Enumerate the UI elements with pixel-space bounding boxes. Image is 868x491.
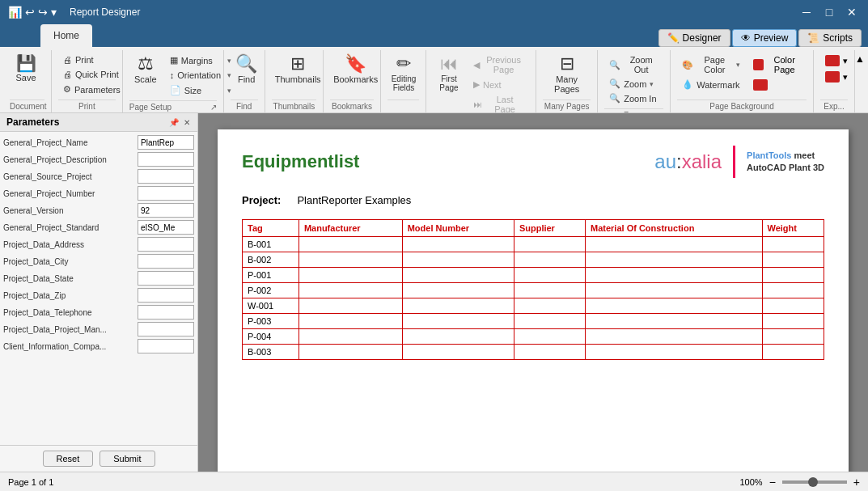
scripts-icon: 📜 bbox=[807, 32, 819, 44]
bookmarks-icon: 🔖 bbox=[345, 55, 366, 73]
bookmarks-button[interactable]: 🔖 Bookmarks bbox=[330, 53, 381, 86]
page-info: Page 1 of 1 bbox=[8, 477, 53, 487]
param-input[interactable] bbox=[138, 135, 194, 150]
next-button[interactable]: ▶ Next bbox=[468, 78, 529, 91]
margins-button[interactable]: ▦ Margins bbox=[165, 53, 226, 67]
param-input[interactable] bbox=[138, 271, 194, 286]
watermark-button[interactable]: 💧 Watermark bbox=[677, 78, 744, 91]
table-cell bbox=[514, 345, 585, 360]
param-label: Project_Data_Address bbox=[3, 240, 134, 249]
report-header: Equipmentlist au:xalia PlantTools meet A… bbox=[242, 146, 824, 178]
parameters-title: Parameters bbox=[6, 116, 59, 128]
print-button[interactable]: 🖨 Print bbox=[58, 53, 125, 66]
ribbon-group-page-setup: ⚖ Scale ▦ Margins ▾ ↕ Orientation ▾ bbox=[123, 50, 224, 112]
parameters-button[interactable]: ⚙ Parameters bbox=[58, 83, 125, 96]
ribbon-group-zoom: 🔍 Zoom Out 🔍 Zoom ▾ 🔍 Zoom In Zoom bbox=[598, 50, 671, 112]
previous-page-button[interactable]: ◀ Previous Page bbox=[468, 53, 529, 76]
parameters-footer: Reset Submit bbox=[0, 445, 197, 472]
ribbon-group-page-background: 🎨 Page Color ▾ 💧 Watermark Color Page bbox=[671, 50, 814, 112]
page-setup-expand[interactable]: ↗ bbox=[210, 103, 217, 112]
size-button[interactable]: 📄 Size bbox=[165, 83, 226, 97]
maximize-button[interactable]: □ bbox=[821, 4, 837, 20]
table-cell bbox=[762, 329, 824, 345]
param-input[interactable] bbox=[138, 152, 194, 167]
minimize-button[interactable]: ─ bbox=[798, 4, 815, 20]
close-button[interactable]: ✕ bbox=[844, 4, 860, 20]
param-input[interactable] bbox=[138, 339, 194, 353]
param-row: Client_Information_Compa... bbox=[3, 339, 194, 353]
param-row: General_Source_Project bbox=[3, 169, 194, 184]
save-button[interactable]: 💾 Save bbox=[10, 53, 42, 84]
param-input[interactable] bbox=[138, 254, 194, 269]
ribbon-collapse-button[interactable]: ▲ bbox=[855, 53, 865, 65]
tab-designer[interactable]: ✏️ Designer bbox=[658, 29, 730, 47]
scale-button[interactable]: ⚖ Scale bbox=[129, 53, 162, 86]
quick-access-more[interactable]: ▾ bbox=[51, 6, 57, 19]
param-input[interactable] bbox=[138, 288, 194, 303]
param-label: General_Project_Number bbox=[3, 189, 134, 198]
table-header-cell: Material Of Construction bbox=[586, 220, 762, 237]
table-cell bbox=[514, 283, 585, 298]
orientation-button[interactable]: ↕ Orientation bbox=[165, 69, 226, 82]
thumbnails-button[interactable]: ⊞ Thumbnails bbox=[272, 53, 324, 86]
parameters-icon: ⚙ bbox=[63, 84, 71, 95]
table-cell bbox=[299, 237, 402, 252]
undo-button[interactable]: ↩ bbox=[25, 6, 35, 19]
params-close-button[interactable]: ✕ bbox=[183, 117, 191, 128]
param-label: Project_Data_City bbox=[3, 257, 134, 266]
zoom-minus-button[interactable]: − bbox=[769, 476, 776, 489]
zoom-in-button[interactable]: 🔍 Zoom In bbox=[604, 91, 663, 105]
submit-button[interactable]: Submit bbox=[100, 451, 155, 467]
table-header-cell: Weight bbox=[762, 220, 824, 237]
table-cell bbox=[586, 283, 762, 298]
exp-button-1[interactable]: ▾ bbox=[820, 53, 853, 68]
param-input[interactable] bbox=[138, 186, 194, 201]
param-input[interactable] bbox=[138, 203, 194, 218]
find-button[interactable]: 🔍 🔍 Find bbox=[231, 53, 263, 86]
last-page-button[interactable]: ⏭ Last Page bbox=[468, 93, 529, 113]
table-cell bbox=[299, 345, 402, 360]
thumbnails-group-label: Thumbnails bbox=[272, 99, 316, 112]
first-page-button[interactable]: ⏮ FirstPage bbox=[433, 53, 465, 94]
thumbnails-group-content: ⊞ Thumbnails bbox=[272, 50, 324, 99]
zoom-out-button[interactable]: 🔍 Zoom Out bbox=[604, 53, 663, 76]
tab-scripts[interactable]: 📜 Scripts bbox=[798, 29, 862, 47]
table-header-cell: Model Number bbox=[402, 220, 514, 237]
exp-button-2[interactable]: ▾ bbox=[820, 70, 853, 84]
param-row: General_Project_Standard bbox=[3, 220, 194, 235]
zoom-button[interactable]: 🔍 Zoom ▾ bbox=[604, 77, 663, 91]
param-input[interactable] bbox=[138, 305, 194, 320]
thumbnails-icon: ⊞ bbox=[290, 55, 305, 73]
tab-home[interactable]: Home bbox=[40, 24, 92, 47]
table-cell bbox=[762, 345, 824, 360]
color-page-button-2[interactable] bbox=[748, 78, 807, 92]
status-right: 100% − + bbox=[739, 476, 860, 489]
tab-preview[interactable]: 👁 Preview bbox=[732, 29, 798, 47]
quick-print-button[interactable]: 🖨 Quick Print bbox=[58, 68, 125, 81]
table-cell bbox=[586, 329, 762, 345]
param-label: Project_Data_Zip bbox=[3, 291, 134, 300]
table-header-cell: Tag bbox=[243, 220, 299, 237]
page-color-button[interactable]: 🎨 Page Color ▾ bbox=[677, 53, 744, 76]
param-row: General_Version bbox=[3, 203, 194, 218]
param-input[interactable] bbox=[138, 322, 194, 337]
reset-button[interactable]: Reset bbox=[43, 451, 94, 467]
param-input[interactable] bbox=[138, 220, 194, 235]
redo-button[interactable]: ↪ bbox=[38, 6, 48, 19]
zoom-plus-button[interactable]: + bbox=[853, 476, 860, 489]
table-cell bbox=[402, 252, 514, 268]
zoom-col: 🔍 Zoom Out 🔍 Zoom ▾ 🔍 Zoom In bbox=[604, 53, 663, 105]
zoom-slider[interactable] bbox=[782, 480, 847, 484]
params-pin-button[interactable]: 📌 bbox=[168, 117, 180, 128]
right-tabs: ✏️ Designer 👁 Preview 📜 Scripts bbox=[658, 29, 868, 47]
param-input[interactable] bbox=[138, 237, 194, 252]
param-input[interactable] bbox=[138, 169, 194, 184]
param-label: Project_Data_Telephone bbox=[3, 308, 134, 317]
editing-fields-button[interactable]: ✏ EditingFields bbox=[387, 53, 420, 94]
logo-colon: : bbox=[676, 150, 682, 172]
color-page-button-1[interactable]: Color Page bbox=[748, 53, 807, 76]
ribbon-tabs-bar: Home ✏️ Designer 👁 Preview 📜 Scripts bbox=[0, 24, 868, 47]
zoom-icon: 🔍 bbox=[609, 78, 620, 89]
many-pages-button[interactable]: ⊟ Many Pages bbox=[543, 53, 591, 95]
table-cell bbox=[514, 329, 585, 345]
